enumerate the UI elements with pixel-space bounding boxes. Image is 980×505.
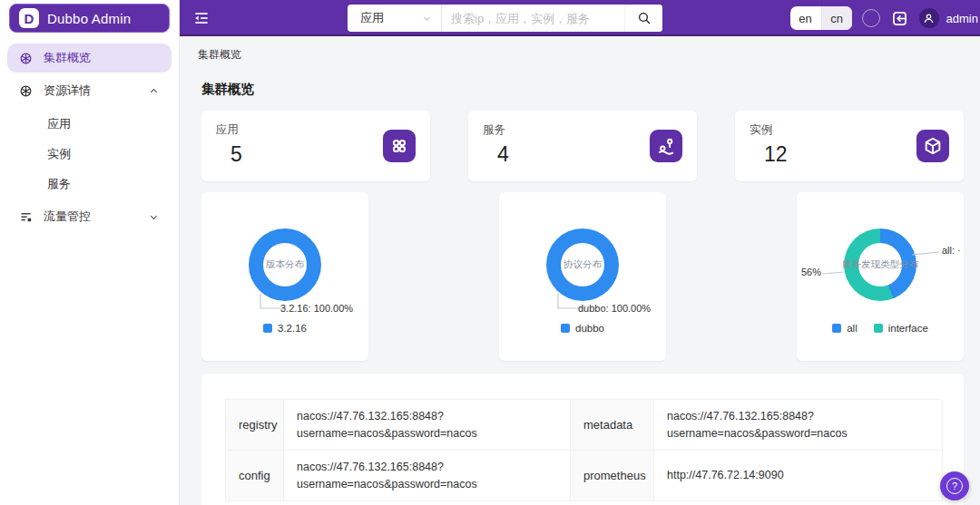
- chart-title: 版本分布: [266, 258, 304, 271]
- chart-card-protocol-distribution: 协议分布 dubbo: 100.00% dubbo: [499, 192, 666, 361]
- config-value-line: nacos://47.76.132.165:8848?: [297, 408, 557, 425]
- apps-grid-icon: [383, 130, 416, 162]
- topbar: 应用 en cn admin: [180, 0, 980, 36]
- service-nodes-icon: [650, 130, 682, 162]
- config-table: registry nacos://47.76.132.165:8848? use…: [225, 399, 940, 501]
- dubbo-logo-icon: D: [19, 8, 39, 28]
- chart-title: 协议分布: [564, 258, 602, 271]
- lang-cn-option[interactable]: cn: [821, 6, 852, 30]
- config-key-prometheus: prometheus: [571, 451, 654, 501]
- logo-text: Dubbo Admin: [47, 11, 131, 26]
- search-input[interactable]: [442, 5, 624, 32]
- username-label: admin: [946, 12, 978, 25]
- search-category-value: 应用: [360, 10, 384, 26]
- config-value-prometheus: http://47.76.72.14:9090: [654, 451, 943, 501]
- user-icon: [923, 13, 935, 24]
- search-button[interactable]: [624, 5, 662, 32]
- logout-icon[interactable]: [890, 9, 909, 28]
- sidebar-item-instances[interactable]: 实例: [0, 139, 179, 169]
- sidebar-item-label: 集群概览: [44, 50, 91, 66]
- legend-item[interactable]: 3.2.16: [263, 323, 307, 334]
- sidebar-item-label: 流量管控: [44, 209, 91, 225]
- config-value-line: username=nacos&password=nacos: [297, 425, 557, 442]
- config-value-line: username=nacos&password=nacos: [297, 476, 557, 493]
- sidebar: D Dubbo Admin 集群概览 资源详情 应用: [0, 0, 180, 505]
- page-title: 集群概览: [201, 81, 964, 98]
- menu-fold-icon[interactable]: [192, 9, 211, 27]
- sidebar-nav: 集群概览 资源详情 应用 实例 服务: [0, 36, 179, 231]
- charts-row: 版本分布 3.2.16: 100.00% 3.2.16 协议分布 dubbo:: [201, 192, 964, 361]
- legend-swatch: [874, 324, 883, 333]
- chart-legend: all interface: [797, 323, 964, 334]
- config-value-line: nacos://47.76.132.165:8848?: [297, 459, 557, 476]
- chart-callout: 3.2.16: 100.00%: [280, 303, 353, 314]
- main-content: 集群概览 集群概览 应用 5 服务 4 实例 12: [180, 36, 980, 505]
- stat-card-services: 服务 4: [468, 111, 697, 181]
- donut-hole: 服务发现类型分布: [858, 243, 902, 286]
- chart-card-version-distribution: 版本分布 3.2.16: 100.00% 3.2.16: [201, 192, 368, 361]
- avatar[interactable]: [919, 8, 939, 28]
- topbar-right: en cn admin: [790, 0, 978, 36]
- chevron-down-icon: [422, 14, 432, 24]
- donut-hole: 版本分布: [263, 243, 307, 286]
- search-category-select[interactable]: 应用: [348, 5, 442, 32]
- config-value-line: username=nacos&password=nacos: [667, 425, 929, 442]
- config-table-card: registry nacos://47.76.132.165:8848? use…: [201, 374, 964, 505]
- cluster-overview-icon: [18, 51, 33, 65]
- instance-cube-icon: [916, 130, 949, 162]
- legend-label: 3.2.16: [278, 323, 307, 334]
- chart-card-service-discovery-distribution: 服务发现类型分布 56% all: · all interface: [797, 192, 964, 361]
- language-toggle[interactable]: en cn: [790, 6, 852, 30]
- logo[interactable]: D Dubbo Admin: [9, 4, 170, 33]
- sidebar-item-services[interactable]: 服务: [0, 169, 179, 199]
- chart-legend: 3.2.16: [201, 323, 368, 334]
- help-button[interactable]: ?: [940, 471, 969, 500]
- theme-toggle-icon[interactable]: [862, 9, 880, 27]
- callout-leader-line: [822, 268, 846, 277]
- sidebar-child-label: 应用: [47, 116, 71, 132]
- sidebar-item-applications[interactable]: 应用: [0, 109, 179, 139]
- chart-title: 服务发现类型分布: [842, 258, 918, 271]
- legend-item[interactable]: all: [832, 323, 858, 334]
- chevron-down-icon[interactable]: [149, 211, 159, 225]
- legend-swatch: [263, 324, 272, 333]
- sidebar-item-label: 资源详情: [44, 83, 91, 99]
- legend-label: dubbo: [575, 323, 604, 334]
- sidebar-child-label: 服务: [47, 176, 71, 192]
- donut-hole: 协议分布: [561, 243, 604, 286]
- config-value-registry: nacos://47.76.132.165:8848? username=nac…: [284, 400, 571, 451]
- sidebar-item-resource-details[interactable]: 资源详情: [7, 76, 172, 105]
- resource-details-icon: [18, 83, 33, 98]
- search-icon: [637, 11, 652, 25]
- stat-card-instances: 实例 12: [735, 111, 964, 181]
- sidebar-item-cluster-overview[interactable]: 集群概览: [7, 44, 172, 73]
- search-bar: 应用: [348, 5, 662, 32]
- stat-card-applications: 应用 5: [201, 111, 430, 181]
- config-value-line: nacos://47.76.132.165:8848?: [667, 408, 929, 425]
- callout-leader-line: [912, 248, 941, 257]
- legend-swatch: [832, 324, 841, 333]
- config-key-metadata: metadata: [571, 400, 654, 451]
- dubbo-admin-app: D Dubbo Admin 集群概览 资源详情 应用: [0, 0, 980, 505]
- chart-callout: dubbo: 100.00%: [578, 303, 651, 314]
- config-value-metadata: nacos://47.76.132.165:8848? username=nac…: [654, 400, 943, 451]
- legend-label: all: [847, 323, 858, 334]
- config-key-registry: registry: [226, 400, 284, 451]
- legend-item[interactable]: dubbo: [561, 323, 604, 334]
- chart-legend: dubbo: [499, 323, 666, 334]
- chart-callout-right: all: ·: [942, 245, 961, 256]
- breadcrumb: 集群概览: [198, 47, 964, 63]
- config-value-line: http://47.76.72.14:9090: [667, 467, 929, 484]
- sidebar-item-traffic-management[interactable]: 流量管控: [7, 202, 172, 231]
- config-value-config: nacos://47.76.132.165:8848? username=nac…: [284, 451, 571, 501]
- lang-en-option[interactable]: en: [790, 6, 821, 30]
- config-key-config: config: [226, 451, 284, 501]
- legend-label: interface: [888, 323, 928, 334]
- legend-swatch: [561, 324, 570, 333]
- legend-item[interactable]: interface: [874, 323, 928, 334]
- chart-callout-left: 56%: [801, 267, 821, 277]
- stats-row: 应用 5 服务 4 实例 12: [201, 111, 964, 181]
- logo-strip: D Dubbo Admin: [0, 0, 179, 36]
- traffic-management-icon: [18, 209, 33, 224]
- chevron-up-icon[interactable]: [149, 85, 159, 99]
